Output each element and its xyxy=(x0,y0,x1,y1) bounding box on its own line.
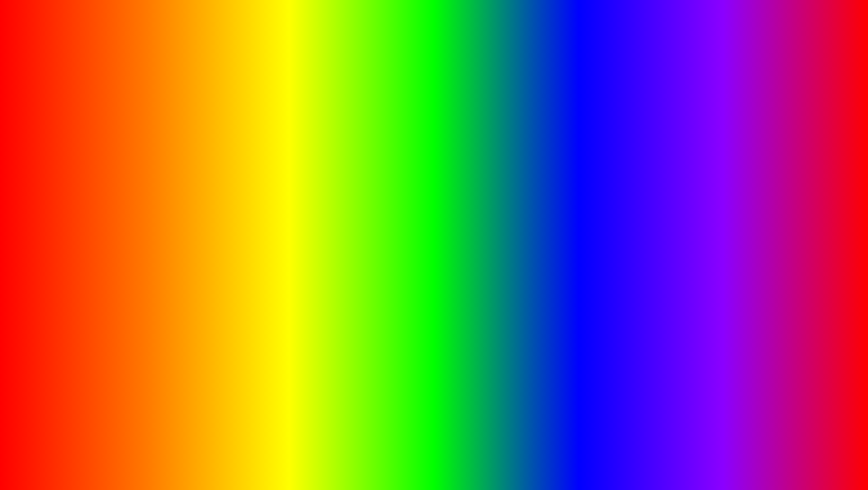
jumppower-slider[interactable] xyxy=(89,237,279,239)
start-player-farm-label: Start Player Farm xyxy=(373,234,419,241)
start-npcs-farm-label: Start NPCs Farm xyxy=(373,202,417,209)
row-npc-thug: NPC: Thug + xyxy=(373,182,563,198)
player-plus-button[interactable]: + xyxy=(553,216,563,226)
walkspeed-slider[interactable] xyxy=(89,221,279,223)
nav-right-teleports[interactable]: TELEPORTS xyxy=(474,153,511,160)
row-walkspeed: WalkSpeed 16 xyxy=(89,210,279,226)
nav-itemsfarm[interactable]: ITEMS-FARM xyxy=(152,153,190,160)
walkspeed-value: 16 xyxy=(273,213,279,219)
panel-left-header: Project Charlie - AUT ✕ xyxy=(84,136,285,150)
nav-right-itemsfarm[interactable]: ITEMS-FARM xyxy=(435,153,474,160)
nav-teleports[interactable]: TELEPORTS xyxy=(190,153,228,160)
panel-left-title: Project Charlie - AUT xyxy=(89,140,144,147)
row-jumppower: JumpPower 50 xyxy=(89,226,279,242)
npc-thug-plus-button[interactable]: + xyxy=(553,185,563,195)
row-noclip: No-Clip xyxy=(89,195,279,210)
oneshot-toggle[interactable] xyxy=(546,170,563,178)
section-godmode: God Mode xyxy=(89,167,279,180)
row-start-player-farm: Start Player Farm xyxy=(373,230,563,245)
panel-right-body: One Shot NPC: Thug + Start NPCs Farm Pla… xyxy=(367,163,568,276)
npc-thug-label: NPC: Thug xyxy=(373,187,402,193)
movestack-toggle[interactable] xyxy=(263,183,279,192)
panel-right-header: Project Charlie - AUT ✕ xyxy=(367,136,568,150)
jumppower-header: JumpPower 50 xyxy=(89,229,279,236)
panel-right-nav: PLAYER AUTO-FARM ITEMS-FARM TELEPORTS FU… xyxy=(367,150,568,163)
jumppower-label: JumpPower xyxy=(89,229,121,236)
panel-right-close-button[interactable]: ✕ xyxy=(555,139,563,147)
oneshot-label: One Shot xyxy=(373,171,398,178)
row-movestack: Movestack xyxy=(89,180,279,195)
nav-right-fun[interactable]: FUN xyxy=(511,153,527,160)
nav-right-player[interactable]: PLAYER xyxy=(372,153,398,160)
row-start-npcs-farm: Start NPCs Farm xyxy=(373,198,563,213)
player-label: Player xyxy=(373,218,389,225)
panel-left-close-button[interactable]: ✕ xyxy=(272,139,279,147)
walkspeed-label: WalkSpeed xyxy=(89,213,119,219)
main-container: A UNIVERSAL TIME A UNIVERSAL TIME AUTO F… xyxy=(0,0,868,490)
noclip-toggle[interactable] xyxy=(263,198,279,206)
panel-player: Project Charlie - AUT ✕ PLAYER AUTO-FARM… xyxy=(83,135,286,276)
nav-fun[interactable]: FUN xyxy=(228,153,244,160)
walkspeed-header: WalkSpeed 16 xyxy=(89,213,279,219)
panel-left-nav: PLAYER AUTO-FARM ITEMS-FARM TELEPORTS FU… xyxy=(84,150,285,163)
panel-left-body: God Mode Movestack No-Clip WalkSpeed 16 xyxy=(84,163,285,276)
panel-autofarm: Project Charlie - AUT ✕ PLAYER AUTO-FARM… xyxy=(367,135,569,276)
refresh-players-label: Refresh Players xyxy=(373,248,417,254)
start-player-farm-toggle[interactable] xyxy=(546,233,563,241)
row-refresh-players: Refresh Players xyxy=(373,245,563,258)
noclip-label: No-Clip xyxy=(89,199,109,206)
jumppower-value: 50 xyxy=(273,229,279,236)
nav-right-autofarm[interactable]: AUTO-FARM xyxy=(398,153,435,160)
row-oneshot: One Shot xyxy=(373,167,563,182)
nav-player[interactable]: PLAYER xyxy=(89,153,115,160)
row-player: Player + xyxy=(373,213,563,230)
movestack-label: Movestack xyxy=(89,184,117,191)
start-npcs-farm-toggle[interactable] xyxy=(546,201,563,209)
panel-right-title: Project Charlie - AUT xyxy=(373,140,428,147)
nav-autofarm[interactable]: AUTO-FARM xyxy=(115,153,152,160)
